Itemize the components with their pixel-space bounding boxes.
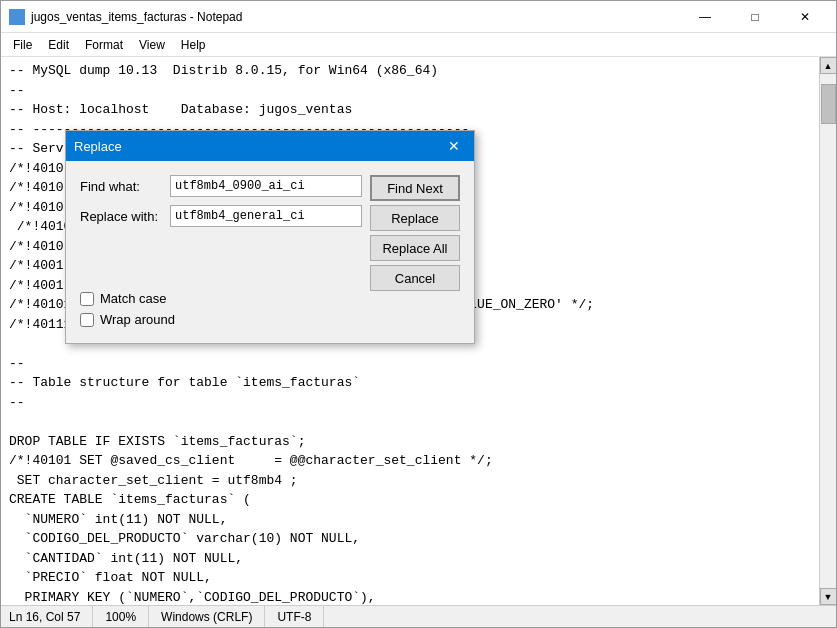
cancel-button[interactable]: Cancel [370,265,460,291]
scroll-track[interactable] [820,74,836,588]
window-controls: — □ ✕ [682,1,828,33]
replace-button[interactable]: Replace [370,205,460,231]
replace-input[interactable] [170,205,362,227]
replace-dialog: Replace ✕ Find what: Replace with: [65,130,475,344]
encoding-text: UTF-8 [277,610,311,624]
menu-help[interactable]: Help [173,36,214,54]
scroll-down-button[interactable]: ▼ [820,588,837,605]
wrap-around-label[interactable]: Wrap around [100,312,175,327]
find-row: Find what: [80,175,362,197]
match-case-row: Match case [80,291,460,306]
find-label: Find what: [80,179,170,194]
position-text: Ln 16, Col 57 [9,610,80,624]
replace-label: Replace with: [80,209,170,224]
dialog-left: Find what: Replace with: [80,175,362,235]
zoom-text: 100% [105,610,136,624]
menu-bar: File Edit Format View Help [1,33,836,57]
cursor-position: Ln 16, Col 57 [9,606,93,627]
replace-row: Replace with: [80,205,362,227]
dialog-main-row: Find what: Replace with: Find Next Repla… [80,175,460,291]
close-button[interactable]: ✕ [782,1,828,33]
dialog-title: Replace [74,139,442,154]
menu-edit[interactable]: Edit [40,36,77,54]
encoding: UTF-8 [265,606,324,627]
scroll-up-button[interactable]: ▲ [820,57,837,74]
scroll-thumb[interactable] [821,84,836,124]
menu-file[interactable]: File [5,36,40,54]
line-ending-text: Windows (CRLF) [161,610,252,624]
dialog-close-button[interactable]: ✕ [442,134,466,158]
main-window: jugos_ventas_items_facturas - Notepad — … [0,0,837,628]
match-case-checkbox[interactable] [80,292,94,306]
wrap-around-checkbox[interactable] [80,313,94,327]
zoom-level: 100% [93,606,149,627]
dialog-title-bar: Replace ✕ [66,131,474,161]
maximize-button[interactable]: □ [732,1,778,33]
find-next-button[interactable]: Find Next [370,175,460,201]
minimize-button[interactable]: — [682,1,728,33]
window-title: jugos_ventas_items_facturas - Notepad [31,10,682,24]
status-bar: Ln 16, Col 57 100% Windows (CRLF) UTF-8 [1,605,836,627]
menu-format[interactable]: Format [77,36,131,54]
dialog-buttons: Find Next Replace Replace All Cancel [370,175,460,291]
match-case-label[interactable]: Match case [100,291,166,306]
vertical-scrollbar[interactable]: ▲ ▼ [819,57,836,605]
find-input[interactable] [170,175,362,197]
replace-all-button[interactable]: Replace All [370,235,460,261]
wrap-around-row: Wrap around [80,312,460,327]
title-bar: jugos_ventas_items_facturas - Notepad — … [1,1,836,33]
menu-view[interactable]: View [131,36,173,54]
line-ending: Windows (CRLF) [149,606,265,627]
dialog-body: Find what: Replace with: Find Next Repla… [66,161,474,343]
app-icon [9,9,25,25]
